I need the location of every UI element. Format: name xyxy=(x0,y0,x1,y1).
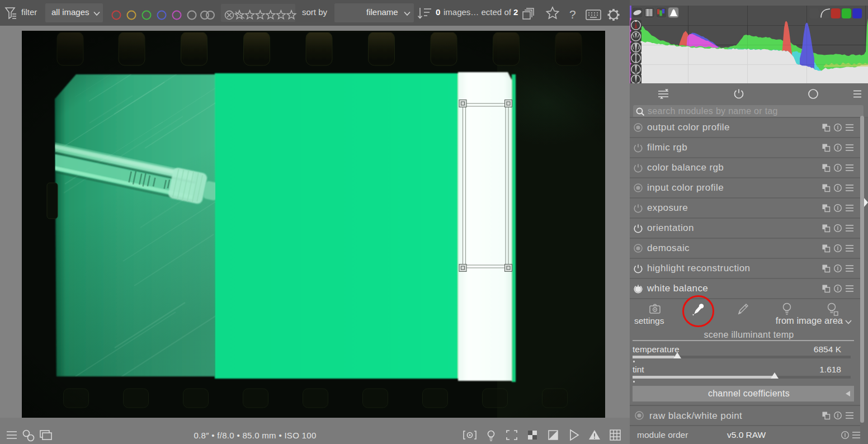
svg-text:?: ? xyxy=(569,8,576,21)
